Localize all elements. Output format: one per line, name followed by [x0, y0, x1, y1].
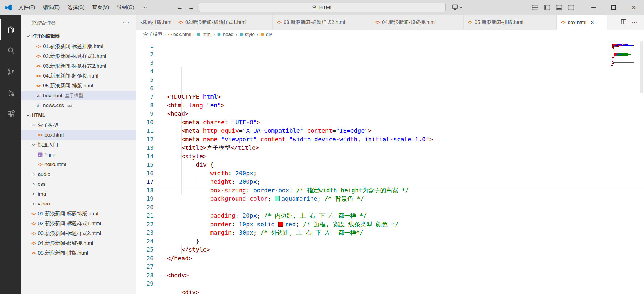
breadcrumb-item[interactable]: head — [217, 32, 234, 37]
command-center[interactable]: HTML — [199, 3, 446, 12]
breadcrumb-item[interactable]: html — [197, 32, 211, 37]
editor-tab-1[interactable]: -标题排版.html — [136, 15, 174, 30]
code-line-13: background-color: aquamarine; /* 背景色 */ — [167, 194, 644, 203]
open-editor-name: box.html — [43, 93, 62, 99]
split-editor-icon[interactable] — [621, 19, 627, 26]
activitybar-source-control-icon[interactable] — [0, 61, 21, 82]
menu-item-2[interactable]: 编辑(E) — [39, 0, 64, 15]
line-number: 18 — [136, 186, 154, 195]
code-line-23 — [167, 279, 644, 288]
vscode-window: 文件(F)编辑(E)选择(S)查看(V)转到(G) ··· ← → HTML — [0, 0, 644, 294]
activitybar-search-icon[interactable] — [0, 40, 21, 61]
close-button[interactable]: × — [624, 0, 644, 15]
menu-more[interactable]: ··· — [138, 0, 151, 15]
line-number: 24 — [136, 237, 154, 246]
editor-tab-6[interactable]: <>box.html× — [557, 15, 607, 30]
tree-item[interactable]: 1.jpg — [21, 150, 136, 160]
code-line-4: <meta charset="UTF-8"> — [167, 118, 644, 127]
menu-item-1[interactable]: 文件(F) — [15, 0, 39, 15]
close-icon[interactable]: × — [35, 93, 42, 98]
menu-item-4[interactable]: 查看(V) — [88, 0, 113, 15]
file-html-icon: <> — [30, 241, 37, 246]
breadcrumb-label: 盒子模型 — [143, 31, 162, 38]
command-center-label: HTML — [319, 5, 333, 10]
open-editors-header[interactable]: 打开的编辑器 — [21, 31, 136, 41]
open-editor-item[interactable]: <>01.新浪新闻-标题排版.html — [21, 41, 136, 51]
line-number: 29 — [136, 279, 154, 288]
toggle-primary-sidebar-icon[interactable] — [544, 5, 550, 10]
monitor-icon — [452, 4, 458, 11]
toggle-panel-icon[interactable] — [556, 5, 562, 10]
tree-item[interactable]: 快速入门 — [21, 140, 136, 150]
open-editor-item[interactable]: <>05.新浪新闻-排版.html — [21, 81, 136, 91]
file-html-icon: <> — [178, 20, 183, 25]
code-line-18: } — [167, 237, 644, 246]
tree-item[interactable]: <>box.html — [21, 130, 136, 140]
sidebar-title-row: 资源管理器 ··· — [21, 15, 136, 31]
open-editor-item[interactable]: <>03.新浪新闻-标题样式2.html — [21, 61, 136, 71]
breadcrumb-label: style — [245, 32, 255, 37]
line-number: 3 — [136, 58, 154, 67]
line-number: 6 — [136, 84, 154, 93]
file-css-icon: # — [35, 103, 42, 108]
activitybar-run-debug-icon[interactable] — [0, 82, 21, 103]
file-html-icon: <> — [277, 20, 281, 25]
editor-scrollbar[interactable] — [640, 41, 643, 93]
line-number: 12 — [136, 135, 154, 144]
toggle-secondary-sidebar-icon[interactable] — [568, 5, 574, 10]
open-editor-item[interactable]: <>02.新浪新闻-标题样式1.html — [21, 51, 136, 61]
activitybar-extensions-icon[interactable] — [0, 103, 21, 125]
open-editor-item[interactable]: #news.csscss — [21, 100, 136, 110]
tree-item[interactable]: img — [21, 189, 136, 199]
line-number: 15 — [136, 160, 154, 169]
activitybar-explorer-icon[interactable] — [0, 19, 21, 40]
symbol-icon — [217, 33, 221, 36]
code-pane[interactable]: <!DOCTYPE html><html lang="en"><head> <m… — [154, 39, 644, 294]
breadcrumb-item[interactable]: div — [260, 32, 272, 37]
editor-tab-2[interactable]: <>02.新浪新闻-标题样式1.html — [174, 15, 273, 30]
editor-more-actions-icon[interactable]: ··· — [632, 19, 638, 25]
line-number: 1 — [136, 41, 154, 50]
nav-forward-icon[interactable]: → — [188, 4, 194, 11]
code-editor[interactable]: 1234567891011121314151617181920212223242… — [136, 39, 644, 294]
line-number: 17 — [136, 177, 154, 186]
code-line-24: <div> — [167, 288, 644, 294]
code-line-19: </style> — [167, 245, 644, 254]
tree-item[interactable]: <>04.新浪新闻-超链接.html — [21, 238, 136, 248]
tree-item[interactable]: 盒子模型 — [21, 120, 136, 130]
menu-item-5[interactable]: 转到(G) — [113, 0, 138, 15]
menu-item-3[interactable]: 选择(S) — [64, 0, 88, 15]
device-dropdown[interactable] — [452, 0, 463, 15]
breadcrumb-label: html — [203, 32, 211, 37]
sidebar-more-icon[interactable]: ··· — [123, 20, 129, 26]
editor-tab-4[interactable]: <>04.新浪新闻-超链接.html — [371, 15, 464, 30]
minimize-button[interactable] — [583, 0, 603, 15]
restore-icon — [611, 5, 616, 10]
open-editors-list: <>01.新浪新闻-标题排版.html<>02.新浪新闻-标题样式1.html<… — [21, 41, 136, 110]
tree-item[interactable]: <>05.新浪新闻-排版.html — [21, 248, 136, 258]
open-editor-item[interactable]: <>04.新浪新闻-超链接.html — [21, 71, 136, 81]
tree-item[interactable]: <>01.新浪新闻-标题排版.html — [21, 209, 136, 219]
breadcrumb-item[interactable]: 盒子模型 — [143, 31, 162, 38]
file-html-icon: <> — [36, 162, 44, 167]
editor-tab-3[interactable]: <>03.新浪新闻-标题样式2.html — [273, 15, 371, 30]
customize-layout-icon[interactable] — [532, 5, 538, 10]
tree-item[interactable]: audio — [21, 169, 136, 179]
breadcrumb-item[interactable]: <>box.html — [168, 32, 191, 37]
editor-tab-5[interactable]: <>05.新浪新闻-排版.html — [464, 15, 557, 30]
tree-item[interactable]: <>hello.html — [21, 160, 136, 169]
restore-button[interactable] — [603, 0, 624, 15]
tree-item[interactable]: video — [21, 199, 136, 209]
nav-back-icon[interactable]: ← — [177, 4, 183, 11]
tab-close-icon[interactable]: × — [590, 19, 594, 26]
minimap[interactable] — [611, 41, 637, 67]
symbol-div-icon — [260, 33, 264, 36]
tree-item[interactable]: <>02.新浪新闻-标题样式1.html — [21, 219, 136, 228]
breadcrumb-item[interactable]: style — [239, 32, 255, 37]
tab-label: 05.新浪新闻-排版.html — [475, 19, 523, 26]
open-editor-item[interactable]: ×box.html盒子模型 — [21, 91, 136, 100]
tree-item[interactable]: css — [21, 179, 136, 189]
workspace-header[interactable]: HTML — [21, 110, 136, 120]
chevron-right-icon — [30, 172, 37, 177]
tree-item[interactable]: <>03.新浪新闻-标题样式2.html — [21, 228, 136, 238]
